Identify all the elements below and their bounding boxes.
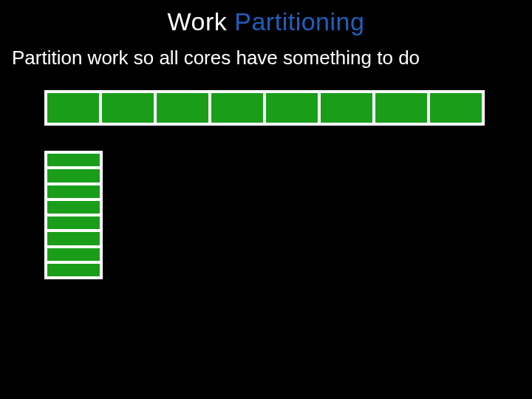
partition-cell bbox=[319, 92, 374, 124]
vertical-partition-strip bbox=[44, 151, 103, 279]
partition-cell bbox=[46, 231, 101, 246]
partition-cell bbox=[46, 215, 101, 231]
partition-cell bbox=[46, 247, 101, 262]
partition-cell bbox=[155, 92, 210, 124]
partition-cell bbox=[374, 92, 429, 124]
partition-cell bbox=[46, 262, 101, 278]
title-text-accent: Partitioning bbox=[227, 7, 364, 35]
title-text-prefix: Work bbox=[168, 7, 228, 35]
slide-title: Work Partitioning bbox=[0, 0, 532, 47]
partition-cell bbox=[100, 92, 155, 124]
partition-cell bbox=[46, 168, 101, 183]
partition-cell bbox=[46, 92, 100, 124]
partition-cell bbox=[265, 92, 319, 124]
partition-cell bbox=[429, 92, 483, 124]
slide-subtitle: Partition work so all cores have somethi… bbox=[0, 47, 532, 87]
partition-cell bbox=[210, 92, 265, 124]
partition-cell bbox=[46, 200, 101, 215]
horizontal-partition-strip bbox=[44, 90, 485, 126]
partition-cell bbox=[46, 152, 101, 168]
partition-cell bbox=[46, 184, 101, 200]
